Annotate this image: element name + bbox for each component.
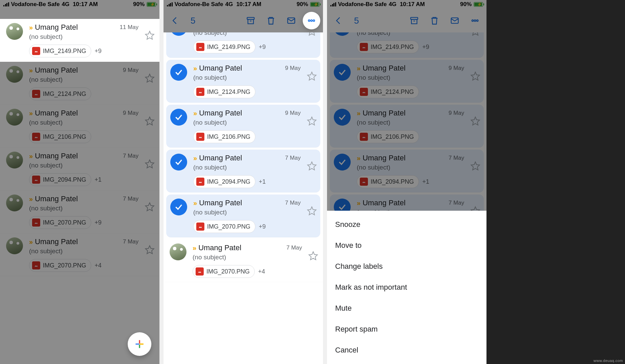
star-button[interactable]: [307, 116, 317, 128]
compose-fab[interactable]: [128, 332, 151, 356]
email-list[interactable]: » Umang Patel 11 May (no subject) IMG_21…: [0, 9, 159, 364]
star-button[interactable]: [307, 71, 317, 83]
email-row[interactable]: » Umang Patel 11 May (no subject) IMG_21…: [0, 19, 159, 62]
battery-pct: 90%: [133, 1, 145, 8]
avatar[interactable]: [6, 23, 23, 40]
star-button[interactable]: [145, 159, 155, 171]
sheet-item-snooze[interactable]: Snooze: [327, 214, 486, 235]
image-icon: [32, 47, 40, 55]
archive-button[interactable]: [407, 14, 421, 27]
attachment-chip[interactable]: IMG_2106.PNG: [29, 130, 91, 143]
email-row[interactable]: »Umang Patel11 May(no subject)IMG_2149.P…: [166, 32, 320, 58]
attachment-chip[interactable]: IMG_2094.PNG: [357, 175, 419, 188]
email-row[interactable]: »Umang Patel9 May(no subject)IMG_2124.PN…: [330, 60, 484, 103]
star-button[interactable]: [145, 30, 155, 42]
email-list[interactable]: »Umang Patel11 May(no subject)IMG_2149.P…: [164, 32, 323, 364]
star-button[interactable]: [307, 206, 317, 217]
selected-check-icon[interactable]: [170, 109, 187, 126]
time-label: 10:17 AM: [400, 1, 425, 8]
more-button[interactable]: [305, 14, 318, 27]
date-label: 7 May: [123, 196, 139, 202]
sheet-item-report-spam[interactable]: Report spam: [327, 319, 486, 340]
selected-check-icon[interactable]: [170, 199, 187, 215]
email-row[interactable]: »Umang Patel7 May(no subject)IMG_2070.PN…: [164, 239, 323, 282]
sheet-item-move-to[interactable]: Move to: [327, 235, 486, 256]
attachment-chip[interactable]: IMG_2106.PNG: [193, 130, 255, 143]
image-icon: [196, 223, 204, 231]
svg-point-6: [308, 20, 310, 22]
attachment-name: IMG_2070.PNG: [43, 219, 86, 226]
attachment-chip[interactable]: IMG_2070.PNG: [193, 220, 255, 233]
attachment-chip[interactable]: IMG_2070.PNG: [193, 265, 255, 278]
attachment-name: IMG_2124.PNG: [43, 90, 86, 98]
selected-check-icon[interactable]: [334, 109, 351, 126]
attachment-chip[interactable]: IMG_2094.PNG: [193, 175, 255, 188]
attachment-chip[interactable]: IMG_2149.PNG: [193, 41, 255, 53]
star-button[interactable]: [145, 73, 155, 85]
svg-point-12: [474, 20, 476, 22]
star-button[interactable]: [308, 251, 318, 262]
email-row[interactable]: »Umang Patel7 May(no subject)IMG_2070.PN…: [166, 194, 320, 237]
date-label: 7 May: [123, 238, 139, 245]
star-button[interactable]: [145, 116, 155, 128]
mark-unread-button[interactable]: [448, 14, 461, 27]
email-row[interactable]: »Umang Patel9 May(no subject)IMG_2106.PN…: [330, 105, 484, 148]
email-row[interactable]: »Umang Patel9 May(no subject)IMG_2106.PN…: [166, 105, 320, 148]
sheet-item-mark-as-not-important[interactable]: Mark as not important: [327, 277, 486, 298]
email-row[interactable]: »Umang Patel7 May(no subject)IMG_2094.PN…: [166, 150, 320, 192]
star-button[interactable]: [470, 161, 480, 173]
sheet-item-change-labels[interactable]: Change labels: [327, 256, 486, 277]
delete-button[interactable]: [264, 14, 278, 27]
selected-check-icon[interactable]: [334, 64, 351, 81]
attachment-chip[interactable]: IMG_2070.PNG: [29, 216, 91, 229]
attachment-chip[interactable]: IMG_2124.PNG: [193, 85, 255, 98]
star-button[interactable]: [145, 202, 155, 213]
sheet-item-cancel[interactable]: Cancel: [327, 340, 486, 361]
email-row[interactable]: »Umang Patel7 May(no subject)IMG_2070.PN…: [0, 233, 159, 276]
email-row[interactable]: »Umang Patel7 May(no subject)IMG_2070.PN…: [0, 190, 159, 233]
email-row[interactable]: »Umang Patel7 May(no subject)IMG_2094.PN…: [330, 150, 484, 192]
star-button[interactable]: [307, 32, 317, 38]
email-row[interactable]: »Umang Patel7 May(no subject)IMG_2094.PN…: [0, 148, 159, 190]
subject-label: (no subject): [357, 164, 464, 171]
importance-marker-icon: »: [193, 199, 195, 207]
email-row[interactable]: »Umang Patel9 May(no subject)IMG_2106.PN…: [0, 105, 159, 148]
mark-unread-button[interactable]: [284, 14, 298, 27]
star-button[interactable]: [145, 245, 155, 256]
selected-check-icon[interactable]: [334, 154, 351, 171]
selection-header: 5: [164, 9, 323, 32]
email-row[interactable]: »Umang Patel9 May(no subject)IMG_2124.PN…: [166, 60, 320, 103]
image-icon: [196, 178, 204, 186]
email-row[interactable]: »Umang Patel9 May(no subject)IMG_2124.PN…: [0, 62, 159, 105]
delete-button[interactable]: [428, 14, 441, 27]
star-button[interactable]: [470, 71, 480, 83]
avatar[interactable]: [6, 66, 23, 83]
attachment-chip[interactable]: IMG_2094.PNG: [29, 173, 91, 186]
selected-check-icon[interactable]: [170, 32, 187, 36]
star-button[interactable]: [470, 116, 480, 128]
attachment-extra: +1: [95, 176, 102, 183]
avatar[interactable]: [6, 109, 23, 126]
sheet-item-mute[interactable]: Mute: [327, 298, 486, 319]
avatar[interactable]: [6, 194, 23, 211]
selected-check-icon[interactable]: [170, 154, 187, 171]
back-button[interactable]: [168, 14, 182, 27]
selected-check-icon[interactable]: [334, 32, 351, 36]
attachment-chip[interactable]: IMG_2149.PNG: [29, 45, 91, 57]
back-button[interactable]: [332, 14, 345, 27]
attachment-chip[interactable]: IMG_2070.PNG: [29, 259, 91, 272]
attachment-chip[interactable]: IMG_2124.PNG: [357, 85, 419, 98]
attachment-chip[interactable]: IMG_2124.PNG: [29, 87, 91, 100]
avatar[interactable]: [170, 243, 186, 260]
attachment-chip[interactable]: IMG_2149.PNG: [357, 41, 419, 53]
selected-check-icon[interactable]: [170, 64, 187, 81]
star-button[interactable]: [307, 161, 317, 173]
more-button[interactable]: [468, 14, 482, 27]
avatar[interactable]: [6, 237, 23, 254]
archive-button[interactable]: [244, 14, 257, 27]
attachment-chip[interactable]: IMG_2106.PNG: [357, 130, 419, 143]
avatar[interactable]: [6, 152, 23, 168]
star-button[interactable]: [470, 32, 480, 38]
email-row[interactable]: »Umang Patel11 May(no subject)IMG_2149.P…: [330, 32, 484, 58]
pane-actionsheet: Vodafone-Be Safe 4G 10:17 AM 90% ⚡ 5 »Um…: [327, 0, 486, 364]
